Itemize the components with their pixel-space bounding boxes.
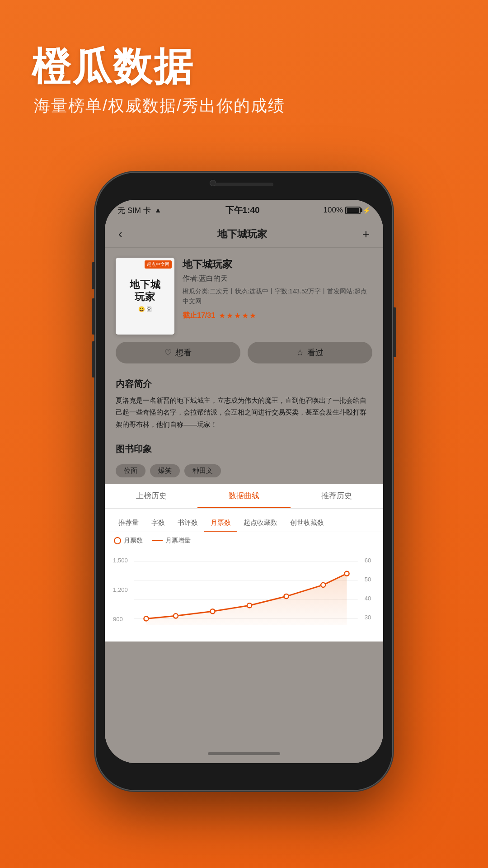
book-author: 作者:蓝白的天	[183, 274, 372, 283]
svg-point-13	[210, 609, 215, 613]
legend-line-growth	[152, 540, 163, 541]
svg-point-17	[345, 571, 349, 576]
want-read-label: 想看	[175, 347, 192, 358]
legend-monthly-tickets: 月票数	[114, 537, 143, 545]
chart-area: 1,500 1,200 900 60 50 40 30	[105, 547, 383, 642]
chart-legend: 月票数 月票增量	[105, 532, 383, 547]
want-to-read-button[interactable]: ♡ 想看	[116, 342, 240, 363]
data-tab-wordcount[interactable]: 字数	[145, 515, 171, 532]
svg-text:1,500: 1,500	[113, 557, 128, 563]
app-subtitle: 海量榜单/权威数据/秀出你的成绩	[34, 95, 285, 117]
svg-point-15	[284, 594, 289, 599]
legend-monthly-growth: 月票增量	[152, 537, 191, 545]
book-tags: 橙瓜分类:二次元丨状态:连载中丨字数:143.52万字丨首发网站:起点中文网	[183, 286, 372, 307]
tab-recommend-history[interactable]: 推荐历史	[291, 484, 383, 508]
tag-chip-2[interactable]: 爆笑	[150, 464, 180, 477]
cover-title: 地下城玩家	[130, 279, 161, 303]
data-section: 推荐量 字数 书评数 月票数 起点收藏数 创世收藏数 月票数	[105, 509, 383, 642]
intro-section: 内容简介 夏洛克是一名新晋的地下城城主，立志成为伟大的魔王，直到他召唤出了一批会…	[105, 372, 383, 437]
power-button	[393, 307, 396, 357]
nav-title: 地下城玩家	[217, 227, 267, 241]
data-tab-chuangshi-fav[interactable]: 创世收藏数	[284, 515, 330, 532]
status-battery: 100% ⚡	[324, 206, 371, 215]
status-time: 下午1:40	[225, 204, 260, 216]
data-tab-recommend[interactable]: 推荐量	[112, 515, 145, 532]
navigation-bar: ‹ 地下城玩家 +	[105, 221, 383, 248]
mute-button	[92, 262, 95, 289]
intro-title: 内容简介	[116, 378, 372, 390]
battery-icon	[345, 207, 361, 214]
book-meta: 地下城玩家 作者:蓝白的天 橙瓜分类:二次元丨状态:连载中丨字数:143.52万…	[183, 258, 372, 335]
tab-history[interactable]: 上榜历史	[105, 484, 197, 508]
content-scroll[interactable]: 起点中文网 地下城玩家 😀 囧 地下城玩家 作者:蓝白的天 橙瓜分类:二	[105, 248, 383, 763]
lightning-icon: ⚡	[363, 207, 371, 214]
svg-point-16	[321, 583, 325, 587]
intro-text: 夏洛克是一名新晋的地下城城主，立志成为伟大的魔王，直到他召唤出了一批会给自己起一…	[116, 395, 372, 430]
tags-row: 位面 爆笑 种田文	[105, 462, 383, 484]
legend-dot-monthly	[114, 537, 121, 544]
earpiece-speaker	[215, 183, 273, 186]
heart-icon: ♡	[164, 348, 172, 358]
home-indicator	[208, 752, 280, 755]
volume-down-button	[92, 341, 95, 377]
cover-badge: 起点中文网	[145, 260, 172, 269]
status-carrier: 无 SIM 卡 ▲	[117, 205, 162, 216]
svg-text:30: 30	[365, 614, 371, 621]
tag-chip-3[interactable]: 种田文	[184, 464, 221, 477]
action-buttons: ♡ 想看 ☆ 看过	[105, 342, 383, 372]
phone-frame: 无 SIM 卡 ▲ 下午1:40 100% ⚡ ‹ 地下城玩家 +	[95, 172, 393, 814]
chart-svg: 1,500 1,200 900 60 50 40 30	[112, 547, 376, 637]
legend-label-monthly: 月票数	[124, 537, 143, 545]
volume-up-button	[92, 298, 95, 335]
cover-chars: 😀 囧	[138, 306, 152, 313]
back-button[interactable]: ‹	[118, 227, 122, 241]
main-tab-bar: 上榜历史 数据曲线 推荐历史	[105, 484, 383, 509]
star-icon: ☆	[296, 348, 304, 358]
svg-text:40: 40	[365, 595, 371, 602]
impression-title: 图书印象	[116, 443, 372, 455]
book-info-section: 起点中文网 地下城玩家 😀 囧 地下城玩家 作者:蓝白的天 橙瓜分类:二	[105, 248, 383, 342]
tag-chip-1[interactable]: 位面	[116, 464, 145, 477]
svg-point-14	[247, 603, 252, 608]
read-done-label: 看过	[307, 347, 324, 358]
svg-point-12	[174, 613, 178, 618]
svg-text:1,200: 1,200	[113, 586, 128, 593]
status-bar: 无 SIM 卡 ▲ 下午1:40 100% ⚡	[105, 200, 383, 221]
data-tabs-row: 推荐量 字数 书评数 月票数 起点收藏数 创世收藏数	[105, 515, 383, 532]
rating-score: 截止17/31	[183, 311, 215, 321]
add-button[interactable]: +	[362, 227, 370, 241]
impression-section: 图书印象	[105, 437, 383, 462]
data-tab-reviews[interactable]: 书评数	[171, 515, 204, 532]
svg-text:50: 50	[365, 576, 371, 583]
book-cover: 起点中文网 地下城玩家 😀 囧	[116, 258, 174, 335]
wifi-icon: ▲	[155, 206, 162, 214]
svg-text:60: 60	[365, 557, 371, 563]
svg-point-11	[144, 616, 148, 621]
phone-screen: 无 SIM 卡 ▲ 下午1:40 100% ⚡ ‹ 地下城玩家 +	[105, 200, 383, 763]
app-title: 橙瓜数据	[32, 41, 194, 94]
legend-label-growth: 月票增量	[165, 537, 191, 545]
tab-data-curve[interactable]: 数据曲线	[197, 484, 290, 508]
read-done-button[interactable]: ☆ 看过	[248, 342, 372, 363]
phone-body: 无 SIM 卡 ▲ 下午1:40 100% ⚡ ‹ 地下城玩家 +	[95, 172, 393, 791]
data-tab-monthly[interactable]: 月票数	[204, 515, 237, 532]
rating-stars: ★★★★★	[219, 311, 257, 321]
data-tab-qidian-fav[interactable]: 起点收藏数	[237, 515, 284, 532]
book-title: 地下城玩家	[183, 258, 372, 271]
book-rating: 截止17/31 ★★★★★	[183, 311, 372, 321]
svg-text:900: 900	[113, 616, 123, 623]
